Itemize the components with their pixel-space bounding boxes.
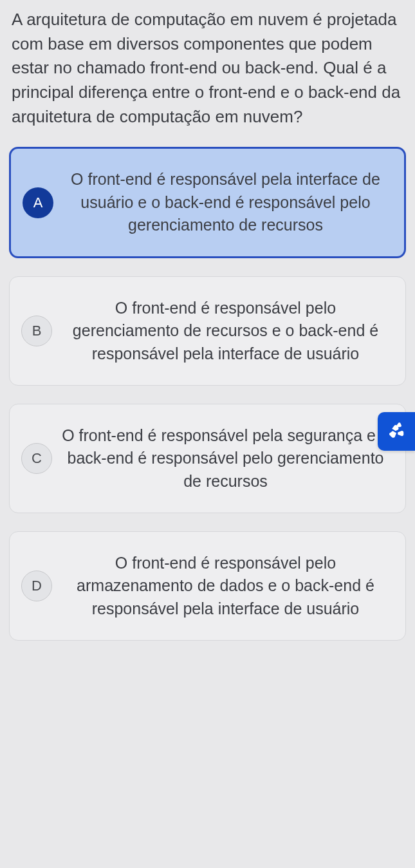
option-b[interactable]: B O front-end é responsável pelo gerenci… [9, 276, 406, 386]
option-text: O front-end é responsável pela segurança… [57, 424, 394, 493]
option-letter-badge: D [21, 571, 52, 601]
option-d[interactable]: D O front-end é responsável pelo armazen… [9, 531, 406, 641]
options-list: A O front-end é responsável pela interfa… [8, 147, 407, 641]
question-text: A arquitetura de computação em nuvem é p… [8, 5, 407, 147]
option-c[interactable]: C O front-end é responsável pela seguran… [9, 404, 406, 513]
sign-language-icon [385, 419, 408, 444]
option-letter-badge: B [21, 316, 52, 346]
option-text: O front-end é responsável pelo armazenam… [57, 552, 394, 621]
option-a[interactable]: A O front-end é responsável pela interfa… [9, 147, 406, 258]
option-text: O front-end é responsável pelo gerenciam… [57, 297, 394, 366]
option-text: O front-end é responsável pela interface… [59, 168, 392, 237]
accessibility-button[interactable] [378, 412, 415, 451]
option-letter-badge: C [21, 443, 52, 474]
option-letter-badge: A [23, 187, 53, 218]
